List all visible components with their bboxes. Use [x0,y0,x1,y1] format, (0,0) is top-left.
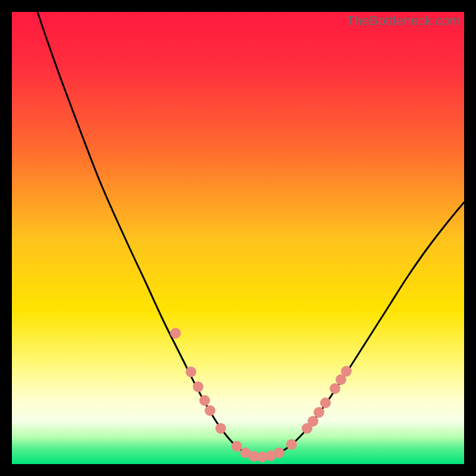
chart-background [12,12,464,464]
watermark-text: TheBottleneck.com [346,13,461,29]
marker-point [170,328,181,339]
bottleneck-chart [12,12,464,464]
marker-point [341,366,352,377]
marker-point [186,367,196,377]
marker-point [308,416,318,427]
marker-point [314,407,324,418]
marker-point [274,447,284,458]
marker-point [193,381,203,392]
marker-point [320,397,331,408]
chart-frame: TheBottleneck.com [12,12,464,464]
marker-point [330,383,340,394]
marker-point [286,439,297,450]
marker-point [205,405,215,416]
marker-point [215,423,226,434]
marker-point [199,395,210,406]
marker-point [231,441,242,452]
